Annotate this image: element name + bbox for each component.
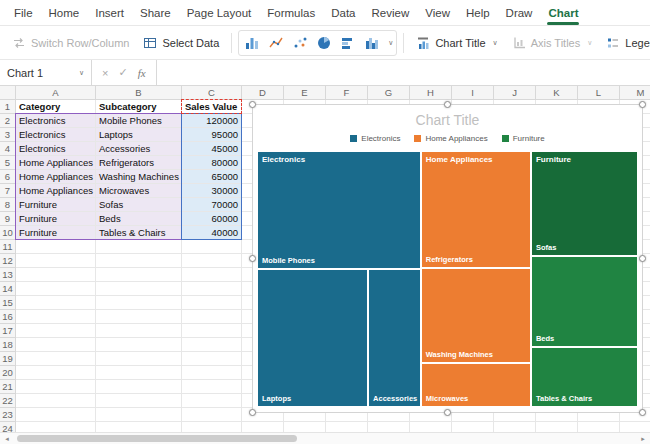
horizontal-scrollbar[interactable]: ◂ ▸ xyxy=(0,432,650,444)
menu-item-view[interactable]: View xyxy=(417,2,458,25)
cell-c22[interactable] xyxy=(182,394,242,408)
cell-a11[interactable] xyxy=(16,240,96,254)
cell-b11[interactable] xyxy=(96,240,182,254)
treemap-rect-microwaves[interactable]: Microwaves xyxy=(421,363,531,407)
cell-a13[interactable] xyxy=(16,268,96,282)
cell-c10[interactable]: 40000 xyxy=(182,226,242,240)
chart-resize-handle[interactable] xyxy=(444,409,451,416)
cell-b3[interactable]: Laptops xyxy=(96,128,182,142)
cell-a21[interactable] xyxy=(16,380,96,394)
row-header-8[interactable]: 8 xyxy=(0,198,16,212)
cell-c4[interactable]: 45000 xyxy=(182,142,242,156)
scroll-left-icon[interactable]: ◂ xyxy=(0,433,14,444)
cell-b17[interactable] xyxy=(96,324,182,338)
column-header-m[interactable]: M xyxy=(620,86,650,100)
cell-b4[interactable]: Accessories xyxy=(96,142,182,156)
treemap-rect-accessories[interactable]: Accessories xyxy=(368,269,421,407)
histogram-chart-icon[interactable] xyxy=(362,33,382,53)
row-header-19[interactable]: 19 xyxy=(0,352,16,366)
menu-item-review[interactable]: Review xyxy=(364,2,418,25)
column-header-c[interactable]: C xyxy=(182,86,242,100)
column-header-e[interactable]: E xyxy=(284,86,326,100)
row-header-5[interactable]: 5 xyxy=(0,156,16,170)
cell-b5[interactable]: Refrigerators xyxy=(96,156,182,170)
column-header-d[interactable]: D xyxy=(242,86,284,100)
cell-c8[interactable]: 70000 xyxy=(182,198,242,212)
chart-resize-handle[interactable] xyxy=(639,101,646,108)
cell-a6[interactable]: Home Appliances xyxy=(16,170,96,184)
bar-chart-icon[interactable] xyxy=(338,33,358,53)
cell-a23[interactable] xyxy=(16,408,96,422)
column-header-b[interactable]: B xyxy=(96,86,182,100)
scroll-right-icon[interactable]: ▸ xyxy=(636,433,650,444)
row-header-9[interactable]: 9 xyxy=(0,212,16,226)
chart-resize-handle[interactable] xyxy=(639,409,646,416)
treemap-rect-sofas[interactable]: FurnitureSofas xyxy=(531,151,638,256)
treemap-rect-beds[interactable]: Beds xyxy=(531,256,638,346)
cell-c2[interactable]: 120000 xyxy=(182,114,242,128)
cell-c7[interactable]: 30000 xyxy=(182,184,242,198)
cell-a17[interactable] xyxy=(16,324,96,338)
legend-item-home-appliances[interactable]: Home Appliances xyxy=(414,134,487,143)
menu-item-share[interactable]: Share xyxy=(132,2,179,25)
confirm-icon[interactable]: ✓ xyxy=(118,66,127,79)
cell-c12[interactable] xyxy=(182,254,242,268)
cell-c18[interactable] xyxy=(182,338,242,352)
cell-b2[interactable]: Mobile Phones xyxy=(96,114,182,128)
legend-item-furniture[interactable]: Furniture xyxy=(502,134,545,143)
cell-a4[interactable]: Electronics xyxy=(16,142,96,156)
cell-b18[interactable] xyxy=(96,338,182,352)
cell-c3[interactable]: 95000 xyxy=(182,128,242,142)
cancel-icon[interactable]: × xyxy=(102,67,108,79)
cell-b22[interactable] xyxy=(96,394,182,408)
cell-c17[interactable] xyxy=(182,324,242,338)
cell-c21[interactable] xyxy=(182,380,242,394)
column-header-g[interactable]: G xyxy=(368,86,410,100)
row-header-3[interactable]: 3 xyxy=(0,128,16,142)
cell-c9[interactable]: 60000 xyxy=(182,212,242,226)
pie-chart-icon[interactable] xyxy=(314,33,334,53)
line-chart-icon[interactable] xyxy=(266,33,286,53)
cell-a15[interactable] xyxy=(16,296,96,310)
switch-row-column-button[interactable]: Switch Row/Column xyxy=(6,31,135,55)
menu-item-insert[interactable]: Insert xyxy=(87,2,132,25)
chart-resize-handle[interactable] xyxy=(639,255,646,262)
insert-function-icon[interactable]: fx xyxy=(138,67,146,79)
menu-item-home[interactable]: Home xyxy=(41,2,88,25)
cell-b1[interactable]: Subcategory xyxy=(96,100,182,114)
cell-c15[interactable] xyxy=(182,296,242,310)
cell-a22[interactable] xyxy=(16,394,96,408)
column-header-i[interactable]: I xyxy=(452,86,494,100)
cell-a18[interactable] xyxy=(16,338,96,352)
axis-titles-button[interactable]: Axis Titles∨ xyxy=(506,31,599,55)
cell-b21[interactable] xyxy=(96,380,182,394)
cell-a7[interactable]: Home Appliances xyxy=(16,184,96,198)
cell-a9[interactable]: Furniture xyxy=(16,212,96,226)
column-header-k[interactable]: K xyxy=(536,86,578,100)
select-all-corner[interactable] xyxy=(0,86,16,100)
cell-a8[interactable]: Furniture xyxy=(16,198,96,212)
cell-a14[interactable] xyxy=(16,282,96,296)
row-header-10[interactable]: 10 xyxy=(0,226,16,240)
menu-item-formulas[interactable]: Formulas xyxy=(259,2,323,25)
cell-b9[interactable]: Beds xyxy=(96,212,182,226)
cell-a3[interactable]: Electronics xyxy=(16,128,96,142)
column-header-a[interactable]: A xyxy=(16,86,96,100)
treemap-rect-tables-chairs[interactable]: Tables & Chairs xyxy=(531,347,638,407)
chart-resize-handle[interactable] xyxy=(249,409,256,416)
row-header-15[interactable]: 15 xyxy=(0,296,16,310)
formula-input[interactable] xyxy=(157,60,650,85)
row-header-14[interactable]: 14 xyxy=(0,282,16,296)
cell-a10[interactable]: Furniture xyxy=(16,226,96,240)
column-header-f[interactable]: F xyxy=(326,86,368,100)
cell-c16[interactable] xyxy=(182,310,242,324)
cell-b15[interactable] xyxy=(96,296,182,310)
treemap-rect-laptops[interactable]: Laptops xyxy=(257,269,368,407)
cell-c1[interactable]: Sales Value xyxy=(182,100,242,114)
cell-a2[interactable]: Electronics xyxy=(16,114,96,128)
legend-button[interactable]: Legend∨ xyxy=(600,31,650,55)
column-chart-icon[interactable] xyxy=(242,33,262,53)
column-header-h[interactable]: H xyxy=(410,86,452,100)
cell-b23[interactable] xyxy=(96,408,182,422)
cell-b12[interactable] xyxy=(96,254,182,268)
